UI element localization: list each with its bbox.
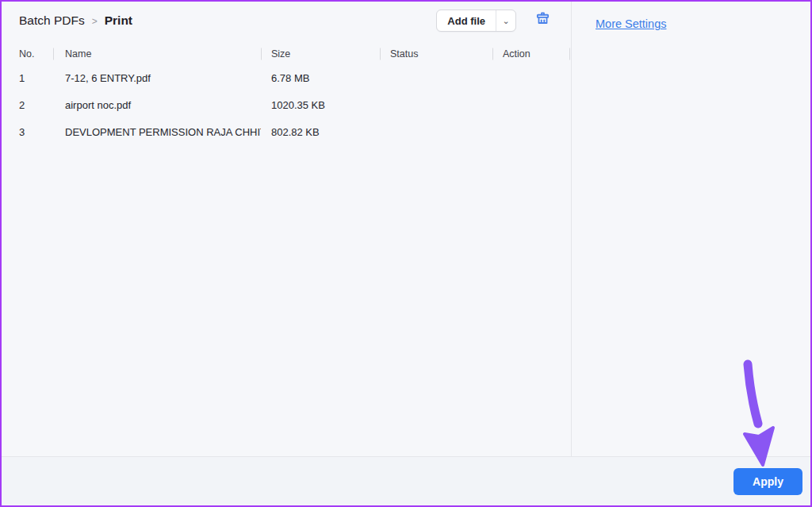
- file-name: DEVLOPMENT PERMISSION RAJA CHHIT...: [53, 126, 261, 138]
- clear-files-button[interactable]: [534, 10, 552, 31]
- file-size: 802.82 KB: [261, 126, 380, 138]
- row-number: 3: [2, 126, 53, 138]
- breadcrumb-separator: >: [92, 15, 98, 27]
- footer-bar: Apply: [2, 456, 810, 505]
- file-size: 1020.35 KB: [261, 99, 380, 111]
- add-file-split-button: Add file ⌄: [436, 10, 516, 32]
- breadcrumb-batch-pdfs[interactable]: Batch PDFs: [19, 13, 85, 28]
- table-row[interactable]: 2 airport noc.pdf 1020.35 KB: [2, 91, 571, 118]
- file-table: No. Name Size Status Action 1 7-12, 6 EN…: [2, 43, 571, 145]
- table-row[interactable]: 3 DEVLOPMENT PERMISSION RAJA CHHIT... 80…: [2, 118, 571, 145]
- file-list-section: Batch PDFs > Print Add file ⌄: [2, 2, 572, 456]
- add-file-button[interactable]: Add file: [437, 10, 496, 31]
- column-header-no: No.: [2, 43, 53, 64]
- column-header-name: Name: [53, 43, 261, 64]
- file-name: 7-12, 6 ENTRY.pdf: [53, 72, 261, 84]
- breadcrumb: Batch PDFs > Print: [19, 13, 132, 28]
- column-header-status: Status: [380, 43, 492, 64]
- column-header-action: Action: [492, 43, 570, 64]
- breadcrumb-print: Print: [105, 13, 132, 28]
- toolbar-actions: Add file ⌄: [436, 10, 552, 32]
- column-header-size: Size: [261, 43, 380, 64]
- toolbar: Batch PDFs > Print Add file ⌄: [2, 2, 571, 40]
- file-size: 6.78 MB: [261, 72, 380, 84]
- table-row[interactable]: 1 7-12, 6 ENTRY.pdf 6.78 MB: [2, 64, 571, 91]
- row-number: 1: [2, 72, 53, 84]
- file-name: airport noc.pdf: [53, 99, 261, 111]
- add-file-dropdown-chevron-icon[interactable]: ⌄: [496, 10, 515, 31]
- app-window: Batch PDFs > Print Add file ⌄: [0, 0, 812, 507]
- clear-files-icon: [534, 10, 552, 31]
- settings-panel: More Settings: [572, 2, 810, 456]
- apply-button[interactable]: Apply: [733, 468, 802, 495]
- table-header-row: No. Name Size Status Action: [2, 43, 571, 64]
- main-content: Batch PDFs > Print Add file ⌄: [2, 2, 810, 456]
- row-number: 2: [2, 99, 53, 111]
- more-settings-link[interactable]: More Settings: [596, 17, 666, 30]
